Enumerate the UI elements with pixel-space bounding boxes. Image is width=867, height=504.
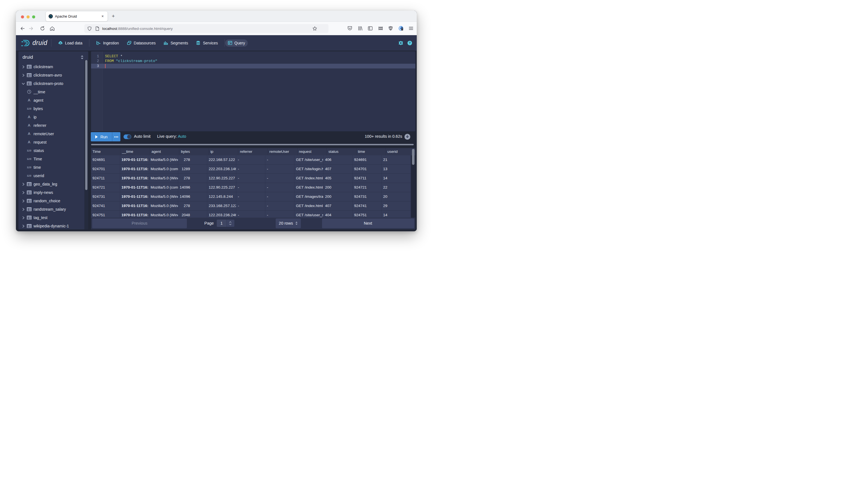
cell-status[interactable]: 407	[323, 164, 353, 173]
cell-time[interactable]: 924751	[353, 211, 382, 218]
stepper-up-icon[interactable]	[229, 221, 232, 223]
cell-bytes[interactable]: 14096	[178, 192, 207, 201]
nav-load-data[interactable]: Load data	[54, 35, 86, 51]
new-tab-button[interactable]: +	[112, 13, 115, 19]
cell-time[interactable]: 924741	[353, 202, 382, 210]
cell-ip[interactable]: 222.168.57.122	[207, 156, 236, 164]
cell-userid[interactable]: 13	[382, 164, 410, 173]
cell-status[interactable]: 407	[323, 202, 353, 210]
chevron-right-icon[interactable]	[22, 65, 25, 68]
cell-userid[interactable]: 21	[382, 156, 410, 164]
query-editor[interactable]: 1SELECT *2FROM "clickstream-proto"3	[91, 51, 415, 131]
editor-line-1[interactable]: 1SELECT *	[91, 54, 415, 59]
chevron-right-icon[interactable]	[22, 74, 25, 77]
column-header--time[interactable]: __time	[120, 148, 150, 156]
cell-remoteUser[interactable]: -	[265, 156, 295, 164]
cell-referrer[interactable]: -	[236, 211, 265, 218]
sidebar-item-wikipedia-dynamic-1[interactable]: wikipedia-dynamic-1	[19, 222, 88, 229]
cell-status[interactable]: 406	[323, 156, 353, 164]
rows-per-page-select[interactable]: 20 rows	[276, 218, 301, 228]
chevron-right-icon[interactable]	[22, 225, 25, 228]
home-icon[interactable]	[50, 26, 55, 31]
cell-agent[interactable]: Mozilla/5.0 (Wind	[149, 202, 178, 210]
nav-datasources[interactable]: Datasources	[123, 35, 160, 51]
editor-line-2[interactable]: 2FROM "clickstream-proto"	[91, 59, 415, 64]
column-header-Time[interactable]: Time	[91, 148, 121, 156]
cell-referrer[interactable]: -	[236, 174, 265, 183]
cell-time[interactable]: 924721	[353, 183, 382, 192]
sidebar-item-time[interactable]: 123Time	[19, 155, 88, 163]
help-icon[interactable]: ?	[407, 41, 412, 45]
column-header-request[interactable]: request	[298, 148, 327, 156]
cell-remoteUser[interactable]: -	[265, 164, 295, 173]
bookmark-star-icon[interactable]	[312, 26, 317, 31]
sidebar-toggle-icon[interactable]	[367, 26, 373, 31]
run-more-button[interactable]: •••	[112, 132, 120, 141]
cell-remoteUser[interactable]: -	[265, 174, 295, 183]
cell-agent[interactable]: Mozilla/5.0 (comp	[149, 183, 178, 192]
run-button[interactable]: Run	[91, 132, 112, 141]
editor-line-3[interactable]: 3	[91, 64, 415, 69]
cell-request[interactable]: GET /images/tra	[295, 192, 323, 201]
pocket-icon[interactable]	[347, 26, 353, 31]
cell-request[interactable]: GET /index.html	[295, 183, 323, 192]
cell-agent[interactable]: Mozilla/5.0 (Wind	[149, 211, 178, 218]
url-bar[interactable]: localhost:8888/unified-console.html#quer…	[84, 24, 329, 33]
cell-bytes[interactable]: 278	[178, 202, 207, 210]
close-tab-icon[interactable]: ×	[100, 14, 105, 19]
sidebar-item-imply-news[interactable]: imply-news	[19, 188, 88, 197]
cell-referrer[interactable]: -	[236, 192, 265, 201]
page-stepper[interactable]	[226, 219, 234, 227]
cell-request[interactable]: GET /index.html	[295, 202, 323, 210]
cell-Time[interactable]: 924751	[91, 211, 120, 218]
sidebar-item-time[interactable]: 123time	[19, 163, 88, 172]
cell-time[interactable]: 924711	[353, 174, 382, 183]
cell-agent[interactable]: Mozilla/5.0 (comp	[149, 164, 178, 173]
panel-splitter[interactable]	[91, 144, 414, 145]
cell-ip[interactable]: 122.145.8.244	[207, 192, 236, 201]
table-scrollbar[interactable]	[412, 149, 415, 165]
page-info-icon[interactable]	[95, 26, 99, 31]
live-query-label[interactable]: Live query: Auto	[157, 134, 186, 139]
sidebar-item--time[interactable]: __time	[19, 88, 88, 96]
sidebar-scrollbar[interactable]	[85, 60, 87, 190]
column-header-time[interactable]: time	[356, 148, 386, 156]
cell-status[interactable]: 405	[323, 174, 353, 183]
browser-tab[interactable]: Apache Druid ×	[46, 11, 108, 21]
sidebar-item-clickstream[interactable]: clickstream	[19, 63, 88, 71]
cell-time[interactable]: 924701	[353, 164, 382, 173]
onepassword-icon[interactable]	[398, 26, 404, 31]
cell-bytes[interactable]: 14096	[178, 183, 207, 192]
cell--time[interactable]: 1970-01-11T16:	[120, 202, 149, 210]
sidebar-item-userid[interactable]: 123userid	[19, 172, 88, 180]
chevron-right-icon[interactable]	[22, 208, 25, 211]
cell-ip[interactable]: 122.90.225.227	[207, 183, 236, 192]
cell-remoteUser[interactable]: -	[265, 183, 295, 192]
auto-limit-toggle[interactable]	[124, 135, 131, 139]
next-page-button[interactable]: Next	[322, 218, 414, 228]
cell-bytes[interactable]: 2048	[178, 211, 207, 218]
stepper-down-icon[interactable]	[229, 224, 232, 225]
download-icon[interactable]	[405, 134, 410, 140]
cell-bytes[interactable]: 1289	[178, 164, 207, 173]
sidebar-item-clickstream-avro[interactable]: clickstream-avro	[19, 71, 88, 79]
cell-time[interactable]: 924731	[353, 192, 382, 201]
sort-icon[interactable]	[81, 55, 84, 59]
chevron-right-icon[interactable]	[22, 200, 25, 203]
druid-logo[interactable]: druid	[21, 39, 47, 47]
sidebar-item-agent[interactable]: Aagent	[19, 96, 88, 105]
cell-referrer[interactable]: -	[236, 183, 265, 192]
zoom-window-button[interactable]	[32, 15, 35, 19]
cell-bytes[interactable]: 278	[178, 174, 207, 183]
cell-status[interactable]: 200	[323, 192, 353, 201]
cell--time[interactable]: 1970-01-11T16:	[120, 192, 149, 201]
ublock-icon[interactable]: uO	[388, 26, 393, 31]
cell-remoteUser[interactable]: -	[265, 211, 295, 218]
cell-Time[interactable]: 924741	[91, 202, 120, 210]
nav-segments[interactable]: Segments	[160, 35, 192, 51]
sidebar-item-status[interactable]: 123status	[19, 147, 88, 155]
settings-gear-icon[interactable]	[398, 41, 403, 45]
column-header-remoteUser[interactable]: remoteUser	[268, 148, 298, 156]
cell-request[interactable]: GET /site/user_st	[295, 156, 323, 164]
menu-icon[interactable]	[408, 26, 414, 31]
